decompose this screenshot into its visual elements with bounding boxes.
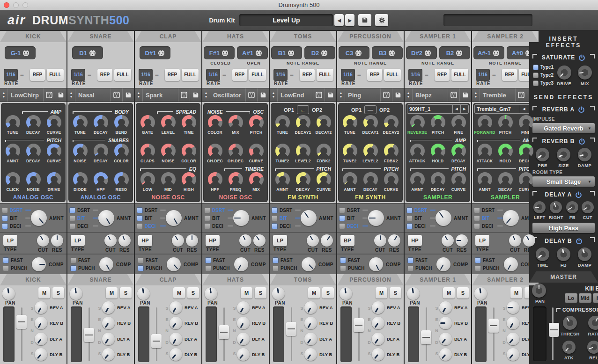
randomize-button[interactable]: [111, 88, 122, 102]
filter-resonance-knob[interactable]: [51, 234, 63, 247]
volume-fader[interactable]: [151, 306, 162, 362]
knob-arc[interactable]: [229, 172, 243, 187]
mute-button[interactable]: M: [443, 287, 455, 298]
knob-arc[interactable]: [47, 172, 61, 187]
knob-arc[interactable]: [249, 144, 264, 158]
send-knob-dly-b[interactable]: [304, 348, 317, 361]
synth-knob-level2[interactable]: LEVEL2: [293, 144, 313, 163]
synth-knob-amnt[interactable]: AMNT: [272, 172, 293, 192]
synth-knob-tune[interactable]: TUNE: [272, 115, 293, 135]
kit-next-button[interactable]: ▶: [345, 14, 354, 26]
knob-arc[interactable]: [94, 115, 108, 130]
rate-value-button[interactable]: 1/16: [139, 69, 153, 81]
knob-arc[interactable]: [343, 115, 357, 130]
send-knob-dly-b[interactable]: [372, 348, 384, 361]
knob-arc[interactable]: [229, 144, 243, 158]
filter-cutoff-knob[interactable]: [104, 234, 117, 247]
fast-checkbox[interactable]: [205, 257, 211, 263]
preset-spinner[interactable]: ▲▼: [270, 88, 278, 102]
preset-spinner[interactable]: ▲▼: [0, 88, 8, 102]
preset-save-button[interactable]: [190, 88, 201, 102]
dist-amount-knob[interactable]: [98, 210, 114, 226]
bit-checkbox[interactable]: [406, 215, 413, 221]
knob-arc[interactable]: [498, 115, 513, 130]
synth-knob-decay[interactable]: DECAY: [90, 115, 111, 135]
volume-fader[interactable]: [421, 306, 431, 362]
synth-knob-curve[interactable]: CURVE: [44, 144, 64, 163]
synth-knob-amnt[interactable]: AMNT: [340, 172, 360, 192]
synth-knob-attack[interactable]: ATTACK: [407, 144, 428, 163]
comp-amount-knob[interactable]: [302, 257, 316, 271]
synth-knob-hpf[interactable]: HPF: [90, 172, 111, 192]
note-button[interactable]: D2: [304, 46, 335, 59]
synth-knob-decay[interactable]: DECAY: [293, 172, 313, 192]
size-knob[interactable]: [557, 148, 570, 161]
note-button[interactable]: B2: [439, 46, 470, 59]
solo-button[interactable]: S: [187, 287, 199, 298]
punch-checkbox[interactable]: [340, 265, 346, 271]
knob-arc[interactable]: [114, 144, 129, 158]
dist-amount-knob[interactable]: [503, 210, 519, 226]
sample-next-button[interactable]: ▶: [460, 105, 468, 113]
synth-knob-pitch[interactable]: PITCH: [428, 115, 448, 135]
save-kit-button[interactable]: [358, 14, 371, 26]
knob-arc[interactable]: [140, 144, 155, 158]
rel-knob[interactable]: [587, 341, 598, 354]
cut-knob[interactable]: [582, 201, 594, 213]
kill-eq-mid-button[interactable]: Mid: [579, 293, 591, 303]
preset-save-button[interactable]: [257, 88, 269, 102]
rate-value-button[interactable]: 1/16: [476, 69, 490, 81]
type2-checkbox[interactable]: [533, 73, 539, 78]
full-button[interactable]: FULL: [384, 69, 401, 81]
send-knob-dly-a[interactable]: [237, 333, 250, 345]
synth-knob-mix[interactable]: MIX: [225, 115, 246, 135]
delay-filter-mode-button[interactable]: High Pass: [532, 223, 595, 233]
synth-knob-decay[interactable]: DECAY: [448, 144, 469, 163]
pre-knob[interactable]: [536, 148, 549, 161]
bit-checkbox[interactable]: [137, 215, 143, 221]
knob-arc[interactable]: [431, 172, 445, 187]
pan-knob[interactable]: [2, 287, 15, 300]
synth-knob-hold[interactable]: HOLD: [428, 144, 448, 163]
bit-checkbox[interactable]: [272, 215, 278, 221]
pan-knob[interactable]: [340, 287, 352, 300]
synth-knob-color[interactable]: COLOR: [111, 144, 132, 163]
dsrt-checkbox[interactable]: [474, 207, 480, 213]
synth-knob-curve[interactable]: CURVE: [448, 172, 469, 192]
synth-knob-pitch[interactable]: PITCH: [495, 115, 516, 135]
synth-knob-decay[interactable]: DECAY: [495, 172, 516, 192]
knob-arc[interactable]: [161, 144, 176, 158]
punch-checkbox[interactable]: [138, 265, 144, 271]
filter-cutoff-knob[interactable]: [37, 234, 49, 247]
send-knob-rev-a[interactable]: [170, 301, 182, 314]
kit-prev-button[interactable]: ◀: [334, 14, 344, 26]
send-knob-dly-a[interactable]: [439, 333, 452, 345]
knob-arc[interactable]: [478, 115, 492, 130]
knob-arc[interactable]: [410, 144, 425, 158]
deci-checkbox[interactable]: [204, 223, 210, 229]
mute-button[interactable]: M: [173, 287, 185, 298]
synth-knob-mix[interactable]: MIX: [246, 172, 266, 192]
bit-checkbox[interactable]: [2, 215, 8, 221]
volume-fader[interactable]: [354, 306, 364, 362]
knob-arc[interactable]: [478, 144, 492, 158]
punch-checkbox[interactable]: [70, 265, 76, 271]
deci-checkbox[interactable]: [137, 223, 143, 229]
knob-arc[interactable]: [410, 172, 425, 187]
dist-amount-knob[interactable]: [166, 210, 182, 226]
mix-knob[interactable]: [578, 66, 592, 80]
send-knob-rev-a[interactable]: [507, 301, 519, 314]
knob-arc[interactable]: [249, 172, 264, 187]
knob-arc[interactable]: [275, 172, 290, 187]
mute-button[interactable]: M: [376, 287, 387, 298]
fast-checkbox[interactable]: [138, 257, 144, 263]
knob-arc[interactable]: [161, 172, 176, 187]
send-knob-dly-b[interactable]: [439, 348, 452, 361]
knob-arc[interactable]: [114, 115, 129, 130]
send-knob-dly-a[interactable]: [372, 333, 384, 345]
dist-amount-knob[interactable]: [301, 210, 317, 226]
synth-knob-bend[interactable]: BEND: [111, 115, 132, 135]
fader-cap[interactable]: [354, 318, 364, 332]
knob-arc[interactable]: [182, 144, 196, 158]
dsrt-checkbox[interactable]: [272, 207, 278, 213]
